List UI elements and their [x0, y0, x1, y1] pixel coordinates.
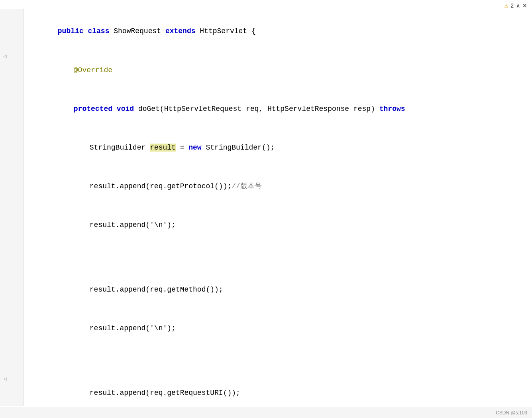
kw-class: class	[88, 27, 109, 35]
warning-count: 2	[510, 2, 514, 9]
kw-extends: extends	[165, 27, 196, 35]
gutter-arrow-bottom: ◁	[3, 375, 6, 382]
code-area[interactable]: public class ShowRequest extends HttpSer…	[24, 9, 532, 406]
code-line-8	[32, 257, 524, 270]
status-text: CSDN @s:103	[496, 410, 527, 416]
close-icon[interactable]: ✕	[522, 2, 527, 9]
kw-throws: throws	[379, 105, 405, 113]
code-line-11	[32, 348, 524, 361]
warning-icon: ⚠	[505, 2, 508, 10]
nav-arrow-up[interactable]: ∧	[516, 2, 520, 9]
bottom-bar: CSDN @s:103	[0, 407, 532, 418]
code-line-10: result.append('\n');	[64, 309, 524, 348]
kw-protected: protected	[74, 105, 112, 113]
code-container: ◁ ◁ public class ShowRequest extends Htt…	[0, 9, 532, 406]
code-line-4: StringBuilder result = new StringBuilder…	[64, 128, 524, 167]
left-gutter: ◁ ◁	[0, 9, 24, 406]
code-line-1: public class ShowRequest extends HttpSer…	[32, 12, 524, 51]
kw-void: void	[117, 105, 134, 113]
kw-public: public	[58, 27, 84, 35]
code-line-13: result.append(req.getRequestURI());	[64, 374, 524, 406]
code-line-6: result.append('\n');	[64, 206, 524, 244]
code-line-9: result.append(req.getMethod());	[64, 270, 524, 309]
code-line-7	[32, 244, 524, 257]
code-line-5: result.append(req.getProtocol());//版本号	[64, 167, 524, 206]
code-line-3: protected void doGet(HttpServletRequest …	[48, 89, 524, 128]
kw-new: new	[188, 144, 201, 152]
annotation: @Override	[74, 66, 112, 74]
gutter-arrow-top: ◁	[3, 53, 6, 59]
highlighted-result: result	[150, 144, 176, 152]
code-line-12	[32, 361, 524, 374]
comment-protocol: //版本号	[232, 182, 262, 190]
code-line-2: @Override	[48, 51, 524, 89]
